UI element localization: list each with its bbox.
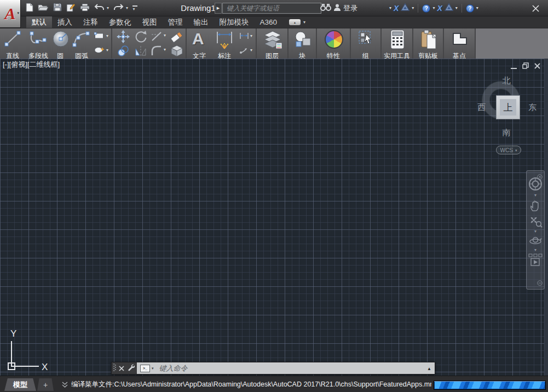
leader-tool[interactable] <box>239 46 249 56</box>
model-tab[interactable]: 模型 <box>4 378 36 391</box>
explode-3d-tool[interactable] <box>170 44 183 59</box>
rectangle-caret-icon[interactable]: ▾ <box>106 34 108 38</box>
move-tool[interactable] <box>117 30 130 45</box>
exchange-apps-icon[interactable]: X <box>394 4 399 13</box>
text-tool[interactable]: A <box>192 31 204 47</box>
insert-block-tool[interactable] <box>293 30 313 51</box>
layer-properties-tool[interactable] <box>263 30 282 51</box>
redo-icon[interactable] <box>113 3 124 13</box>
mirror-tool[interactable] <box>134 44 147 59</box>
copy-tool[interactable] <box>117 44 130 59</box>
ellipse-tool[interactable] <box>94 46 105 56</box>
navbar-collapse-icon[interactable] <box>537 278 543 288</box>
viewcube-west-label[interactable]: 西 <box>477 102 486 113</box>
help-icon[interactable]: ? <box>422 4 430 13</box>
help-icon-2[interactable]: ? <box>466 4 474 13</box>
search-binoculars-icon[interactable] <box>320 3 331 13</box>
tab-view[interactable]: 视图 <box>137 16 163 28</box>
linear-dim-tool[interactable] <box>239 32 249 42</box>
exchange-apps-icon-2[interactable]: X <box>437 4 442 13</box>
help-caret-icon-2[interactable]: ▾ <box>476 6 478 10</box>
fillet-tool[interactable] <box>151 44 163 59</box>
new-layout-tab[interactable]: + <box>37 378 54 391</box>
tab-addins[interactable]: 附加模块 <box>214 16 255 28</box>
tab-home[interactable]: 默认 <box>26 16 52 28</box>
wheel-caret-icon[interactable]: ▾ <box>527 193 544 198</box>
wcs-dropdown[interactable]: WCS ▾ <box>496 146 521 154</box>
command-prompt-icon[interactable]: >_ <box>140 365 150 372</box>
zoom-extents-icon[interactable] <box>527 214 544 228</box>
plot-icon[interactable] <box>80 3 90 14</box>
drawing-canvas[interactable]: [-][俯视][二维线框] 北 西 上 东 南 WCS ▾ ▾ <box>0 59 548 376</box>
command-input[interactable] <box>154 364 435 372</box>
rectangle-tool[interactable] <box>94 32 105 42</box>
tab-a360[interactable]: A360 <box>255 16 283 28</box>
signin-user-icon[interactable] <box>333 3 341 14</box>
properties-color-wheel-tool[interactable] <box>325 30 343 49</box>
a360-caret-icon-2[interactable]: ▾ <box>455 6 458 10</box>
new-file-icon[interactable] <box>25 3 33 14</box>
trim-caret-icon[interactable]: ▾ <box>164 33 166 38</box>
showmotion-icon[interactable] <box>527 253 544 267</box>
a360-drive-icon[interactable] <box>401 3 409 13</box>
command-close-icon[interactable] <box>119 364 124 373</box>
basepoint-tool[interactable] <box>452 32 468 48</box>
help-caret-icon[interactable]: ▾ <box>432 6 435 10</box>
infocenter-collapse-icon[interactable]: ▶ <box>215 3 222 14</box>
undo-caret-icon[interactable]: ▾ <box>107 6 109 10</box>
circle-tool[interactable] <box>51 30 70 50</box>
panel-layers-label: 图层 <box>257 51 287 59</box>
ribbon-minimize-button[interactable]: ▲ ▾ <box>289 16 305 28</box>
tab-insert[interactable]: 插入 <box>52 16 78 28</box>
command-customize-wrench-icon[interactable] <box>127 364 135 373</box>
linear-dim-caret-icon[interactable]: ▾ <box>250 34 252 38</box>
save-as-icon[interactable] <box>66 3 76 14</box>
tab-parametric[interactable]: 参数化 <box>103 16 137 28</box>
search-input[interactable] <box>222 3 321 14</box>
arc-tool[interactable] <box>71 30 92 50</box>
drawing-close-icon[interactable] <box>534 61 540 71</box>
quick-calc-tool[interactable] <box>390 30 405 52</box>
trim-tool[interactable] <box>151 31 163 44</box>
viewport-controls[interactable]: [-][俯视][二维线框] <box>3 60 60 70</box>
drawing-restore-icon[interactable] <box>522 61 529 71</box>
paste-tool[interactable] <box>420 30 437 52</box>
fillet-caret-icon[interactable]: ▾ <box>164 48 166 52</box>
a360-drive-icon-2[interactable] <box>445 3 453 13</box>
zoom-caret-icon[interactable]: ▾ <box>527 229 544 234</box>
orbit-icon[interactable] <box>527 235 544 247</box>
save-icon[interactable] <box>53 3 62 14</box>
leader-caret-icon[interactable]: ▾ <box>250 48 252 53</box>
drawing-minimize-icon[interactable] <box>511 68 517 69</box>
viewcube-south-label[interactable]: 南 <box>471 128 542 138</box>
tab-annotate[interactable]: 注释 <box>78 16 103 28</box>
rotate-tool[interactable] <box>134 30 147 45</box>
tab-output[interactable]: 输出 <box>188 16 214 28</box>
polyline-tool[interactable] <box>27 30 48 50</box>
tab-manage[interactable]: 管理 <box>163 16 188 28</box>
redo-caret-icon[interactable]: ▾ <box>126 6 128 10</box>
orbit-caret-icon[interactable]: ▾ <box>527 248 544 252</box>
open-file-icon[interactable] <box>38 3 49 14</box>
app-close-icon[interactable] <box>530 3 541 13</box>
viewcube-east-label[interactable]: 东 <box>528 102 537 113</box>
viewcube[interactable]: 北 西 上 东 南 <box>471 73 542 149</box>
undo-icon[interactable] <box>94 3 105 13</box>
ellipse-caret-icon[interactable]: ▾ <box>106 48 108 53</box>
erase-tool[interactable] <box>170 30 183 45</box>
a360-caret-icon[interactable]: ▾ <box>412 6 414 10</box>
dimension-tool[interactable] <box>214 30 235 53</box>
recent-commands-icon[interactable]: ▲ <box>427 366 431 371</box>
navigation-wheel-icon[interactable] <box>527 176 544 192</box>
qat-customize-icon[interactable]: ▾ <box>132 5 137 11</box>
pan-hand-icon[interactable] <box>527 199 544 212</box>
group-tool[interactable] <box>358 30 374 50</box>
signin-label[interactable]: 登录 <box>343 3 357 13</box>
command-drag-grip[interactable] <box>113 363 116 374</box>
line-tool[interactable] <box>3 30 23 50</box>
viewcube-top-face[interactable]: 上 <box>496 95 520 119</box>
ucs-icon[interactable]: Y X <box>3 327 54 377</box>
application-menu-button[interactable]: A ▾ <box>0 0 21 28</box>
layout-chevron-icon[interactable] <box>62 381 68 390</box>
signin-caret-icon[interactable]: ▾ <box>389 6 391 10</box>
